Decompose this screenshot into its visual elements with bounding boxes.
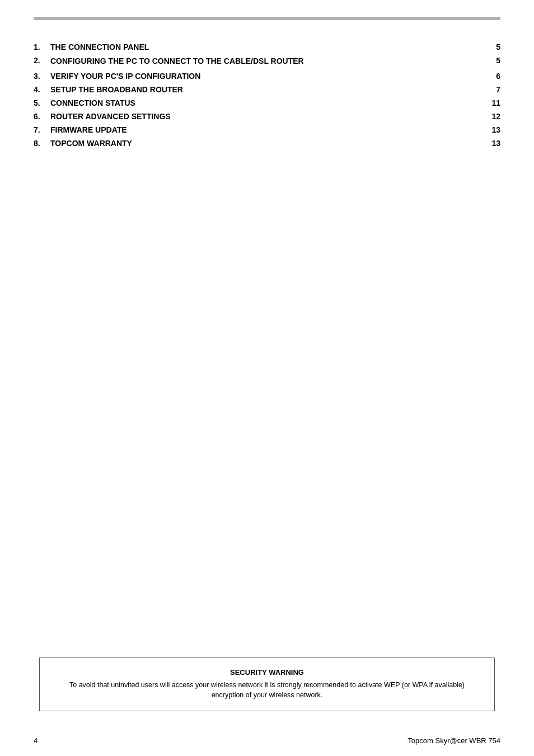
toc-title-6: ROUTER ADVANCED SETTINGS	[50, 112, 484, 121]
toc-number-2: 2.	[34, 56, 50, 65]
footer: 4 Topcom Skyr@cer WBR 754	[34, 736, 500, 745]
toc-number-1: 1.	[34, 43, 50, 51]
toc-page-2: 5	[484, 56, 500, 65]
page-container: 1. THE CONNECTION PANEL 5 2. CONFIGURING…	[0, 0, 534, 756]
toc-page-4: 7	[484, 85, 500, 94]
toc-number-6: 6.	[34, 112, 50, 121]
top-border	[34, 17, 500, 20]
toc-title-4: SETUP THE BROADBAND ROUTER	[50, 85, 484, 94]
toc-item-8: 8. TOPCOM WARRANTY 13	[34, 139, 500, 148]
toc-page-3: 6	[484, 72, 500, 81]
toc-item-4: 4. SETUP THE BROADBAND ROUTER 7	[34, 85, 500, 94]
toc-item-2: 2. CONFIGURING THE PC TO CONNECT TO THE …	[34, 56, 500, 67]
security-warning-title: SECURITY WARNING	[53, 668, 481, 677]
toc-number-8: 8.	[34, 139, 50, 148]
toc-page-8: 13	[484, 139, 500, 148]
footer-page-number: 4	[34, 736, 38, 745]
toc-number-3: 3.	[34, 72, 50, 81]
toc-number-5: 5.	[34, 98, 50, 107]
content-area: 1. THE CONNECTION PANEL 5 2. CONFIGURING…	[34, 43, 500, 739]
toc-item-1: 1. THE CONNECTION PANEL 5	[34, 43, 500, 51]
toc-page-1: 5	[484, 43, 500, 51]
toc-page-7: 13	[484, 125, 500, 134]
toc-title-1: THE CONNECTION PANEL	[50, 43, 484, 51]
toc-item-3: 3. VERIFY YOUR PC'S IP CONFIGURATION 6	[34, 72, 500, 81]
security-warning-box: SECURITY WARNING To avoid that uninvited…	[39, 658, 495, 712]
toc-number-7: 7.	[34, 125, 50, 134]
toc-item-7: 7. FIRMWARE UPDATE 13	[34, 125, 500, 134]
toc-page-5: 11	[484, 98, 500, 107]
toc-title-3: VERIFY YOUR PC'S IP CONFIGURATION	[50, 72, 484, 81]
toc-item-5: 5. CONNECTION STATUS 11	[34, 98, 500, 107]
toc-title-8: TOPCOM WARRANTY	[50, 139, 484, 148]
toc-item-6: 6. ROUTER ADVANCED SETTINGS 12	[34, 112, 500, 121]
footer-product-name: Topcom Skyr@cer WBR 754	[407, 736, 500, 745]
toc-number-4: 4.	[34, 85, 50, 94]
toc-title-7: FIRMWARE UPDATE	[50, 125, 484, 134]
toc-title-2: CONFIGURING THE PC TO CONNECT TO THE CAB…	[50, 56, 484, 67]
toc-title-5: CONNECTION STATUS	[50, 98, 484, 107]
toc-page-6: 12	[484, 112, 500, 121]
security-warning-text: To avoid that uninvited users will acces…	[53, 680, 481, 701]
